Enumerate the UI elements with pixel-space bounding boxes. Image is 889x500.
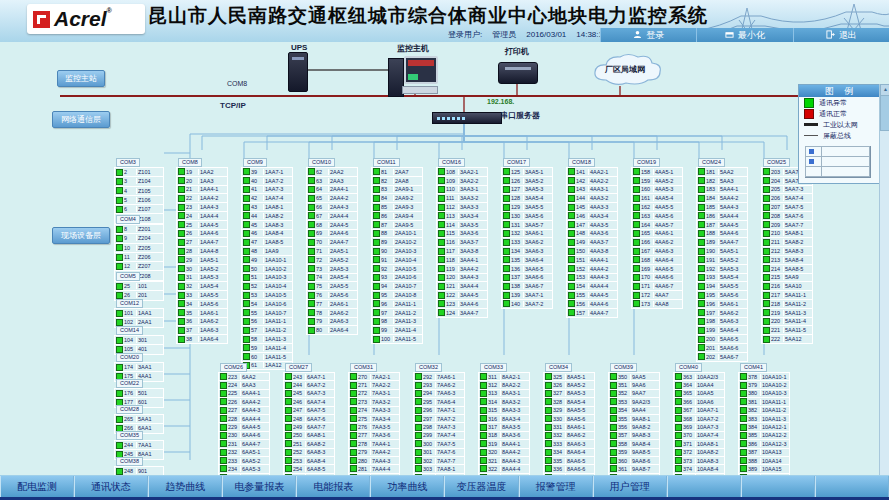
status-indicator-icon bbox=[763, 248, 770, 255]
device-name: 1AA5-4 bbox=[199, 283, 227, 289]
device-address: 370 bbox=[683, 432, 696, 438]
device-row-5AA12[interactable]: 2225AA12 bbox=[761, 334, 813, 344]
device-address: 118 bbox=[446, 257, 459, 263]
ip-label: 192.168. bbox=[487, 98, 514, 105]
com-port-label: COM20 bbox=[116, 353, 143, 362]
device-name: 1AA8-4 bbox=[264, 230, 292, 236]
login-button[interactable]: 登录 bbox=[600, 28, 696, 42]
status-indicator-icon bbox=[308, 300, 315, 307]
device-address: 200 bbox=[706, 336, 719, 342]
status-indicator-icon bbox=[568, 265, 575, 272]
toolbar-button-电能报表[interactable]: 电能报表 bbox=[296, 476, 370, 497]
toolbar-button-电参量报表[interactable]: 电参量报表 bbox=[222, 476, 296, 497]
toolbar-button-趋势曲线[interactable]: 趋势曲线 bbox=[148, 476, 222, 497]
status-indicator-icon bbox=[698, 239, 705, 246]
status-indicator-icon bbox=[415, 424, 422, 431]
status-indicator-icon bbox=[178, 221, 185, 228]
com-table-COM32: COM322927AA6-12937AA6-22947AA6-32957AA6-… bbox=[413, 355, 465, 479]
device-name: 10AA8-3 bbox=[696, 458, 724, 464]
status-indicator-icon bbox=[503, 256, 510, 263]
toolbar-button-功率曲线[interactable]: 功率曲线 bbox=[370, 476, 444, 497]
device-name: 3AA3-1 bbox=[459, 186, 487, 192]
device-name: 6AA4-6 bbox=[241, 432, 269, 438]
status-indicator-icon bbox=[415, 390, 422, 397]
device-address: 210 bbox=[771, 230, 784, 236]
vertical-scrollbar[interactable]: ▲ ▼ bbox=[879, 84, 889, 479]
device-name: 3AA3-8 bbox=[459, 248, 487, 254]
sidebar-button-2[interactable]: 现场设备层 bbox=[52, 227, 110, 244]
device-row-1AA6-4[interactable]: 381AA6-4 bbox=[176, 334, 228, 344]
header-bar: Acrel® 昆山市人民南路交通枢纽城市综合体商业中心地块电力监控系统 登录用户… bbox=[0, 0, 889, 43]
status-indicator-icon bbox=[545, 390, 552, 397]
device-name: 5AA8-2 bbox=[784, 239, 812, 245]
device-address: 378 bbox=[748, 374, 761, 380]
com-table-COM41: COM4137810AA10-137910AA10-238010AA10-338… bbox=[738, 355, 790, 479]
status-indicator-icon bbox=[740, 415, 747, 422]
status-indicator-icon bbox=[480, 390, 487, 397]
status-indicator-icon bbox=[633, 274, 640, 281]
scrollbar-thumb[interactable] bbox=[880, 95, 889, 131]
device-name: 7AA7-2 bbox=[436, 416, 464, 422]
device-address: 5 bbox=[124, 197, 137, 203]
device-address: 248 bbox=[293, 416, 306, 422]
status-indicator-icon bbox=[503, 168, 510, 175]
device-address: 302 bbox=[423, 458, 436, 464]
login-label: 登录 bbox=[646, 29, 664, 42]
exit-button[interactable]: 退出 bbox=[793, 28, 889, 42]
device-name: 4AA6-7 bbox=[654, 283, 682, 289]
status-indicator-icon bbox=[178, 168, 185, 175]
device-row-2AA11-5[interactable]: 1002AA11-5 bbox=[371, 334, 423, 344]
device-address: 33 bbox=[186, 292, 199, 298]
device-address: 112 bbox=[446, 204, 459, 210]
status-indicator-icon bbox=[675, 373, 682, 380]
toolbar-button-配电监测[interactable]: 配电监测 bbox=[0, 476, 74, 497]
device-address: 19 bbox=[186, 169, 199, 175]
toolbar-button-变压器温度[interactable]: 变压器温度 bbox=[444, 476, 518, 497]
device-name: 2AA4-6 bbox=[329, 230, 357, 236]
device-address: 101 bbox=[124, 310, 137, 316]
device-name: 3AA3-7 bbox=[459, 239, 487, 245]
device-name: 2AA4-7 bbox=[329, 239, 357, 245]
device-name: 2AA10-3 bbox=[394, 248, 422, 254]
toolbar-button-报警管理[interactable]: 报警管理 bbox=[519, 476, 593, 497]
device-name: 10AA8-2 bbox=[696, 449, 724, 455]
device-address: 187 bbox=[706, 222, 719, 228]
device-name: 8AA3-2 bbox=[501, 399, 529, 405]
toolbar-button-用户管理[interactable]: 用户管理 bbox=[593, 476, 667, 497]
sidebar-button-1[interactable]: 网络通信层 bbox=[52, 111, 110, 128]
device-address: 42 bbox=[251, 195, 264, 201]
device-row-3AA4-7[interactable]: 1243AA4-7 bbox=[436, 308, 488, 318]
device-row-3AA7-2[interactable]: 1403AA7-2 bbox=[501, 299, 553, 309]
status-indicator-icon bbox=[373, 256, 380, 263]
device-name: 9AA7 bbox=[631, 390, 659, 396]
device-address: 139 bbox=[511, 292, 524, 298]
host-monitor-icon bbox=[404, 56, 438, 84]
device-name: 3AA6-6 bbox=[524, 274, 552, 280]
com-table-COM24: COM241815AA21825AA31835AA4-11845AA4-2185… bbox=[696, 150, 748, 362]
toolbar-button-通讯状态[interactable]: 通讯状态 bbox=[74, 476, 148, 497]
device-address: 140 bbox=[511, 301, 524, 307]
sidebar-button-0[interactable]: 监控主站 bbox=[57, 70, 105, 87]
minimize-button[interactable]: 最小化 bbox=[696, 28, 792, 42]
device-name: 4AA4-7 bbox=[589, 310, 617, 316]
device-name: 1AA2 bbox=[199, 169, 227, 175]
device-name: 1AA5-5 bbox=[199, 292, 227, 298]
device-address: 385 bbox=[748, 432, 761, 438]
device-name: 4AA6-5 bbox=[654, 266, 682, 272]
status-indicator-icon bbox=[178, 292, 185, 299]
device-name: 5AA7-5 bbox=[784, 204, 812, 210]
window-buttons: 登录最小化退出 bbox=[600, 28, 889, 42]
status-indicator-icon bbox=[698, 168, 705, 175]
device-address: 195 bbox=[706, 292, 719, 298]
device-name: 5AA11-5 bbox=[784, 327, 812, 333]
device-row-4AA8[interactable]: 1734AA8 bbox=[631, 299, 683, 309]
device-name: 4AA6-2 bbox=[654, 239, 682, 245]
status-indicator-icon bbox=[373, 168, 380, 175]
device-address: 196 bbox=[706, 301, 719, 307]
device-address: 92 bbox=[381, 266, 394, 272]
device-address: 205 bbox=[771, 186, 784, 192]
device-name: 1AA9 bbox=[264, 248, 292, 254]
device-row-4AA4-7[interactable]: 1574AA4-7 bbox=[566, 308, 618, 318]
device-row-2AA6-4[interactable]: 802AA6-4 bbox=[306, 325, 358, 335]
status-indicator-icon bbox=[438, 221, 445, 228]
